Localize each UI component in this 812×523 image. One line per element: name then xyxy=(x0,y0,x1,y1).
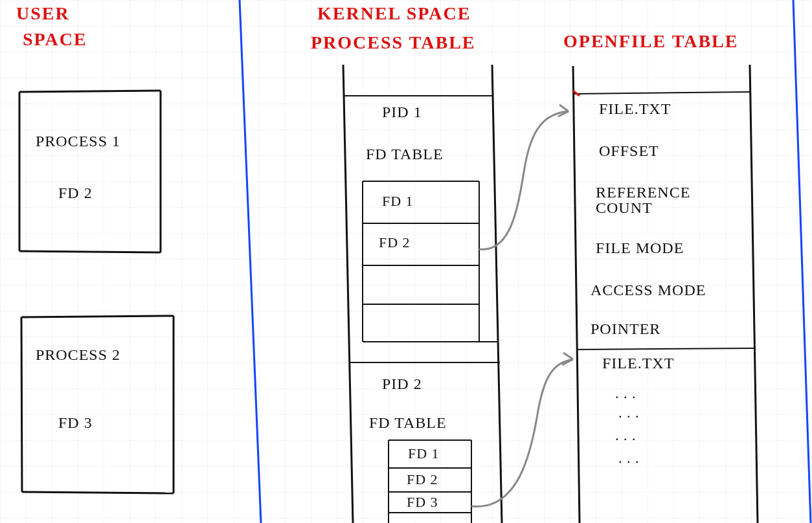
oftable-row1 xyxy=(577,348,755,350)
of1-name: FILE.TXT xyxy=(599,100,671,118)
pid1-fd-row0: FD 1 xyxy=(382,193,414,210)
oftable-left xyxy=(573,66,580,523)
svg-line-5 xyxy=(21,317,22,492)
pid2-fd-row1: FD 2 xyxy=(407,471,438,488)
of2-ell3: . . . xyxy=(618,450,640,467)
process1-fd: FD 2 xyxy=(58,184,93,202)
title-user-space-2: SPACE xyxy=(23,29,87,50)
svg-line-3 xyxy=(19,251,161,252)
process2-fd: FD 3 xyxy=(58,414,93,432)
pid1-fdtable-label: FD TABLE xyxy=(366,146,444,163)
ptable-left xyxy=(343,65,353,523)
of2-ell2: . . . xyxy=(615,427,637,444)
svg-line-4 xyxy=(21,316,174,317)
pid2-fd-row0: FD 1 xyxy=(408,445,440,462)
svg-line-7 xyxy=(22,492,174,493)
divider-left xyxy=(240,0,261,523)
pid2-label: PID 2 xyxy=(382,375,422,393)
of1-field3: ACCESS MODE xyxy=(591,282,706,299)
pid1-fd-row1: FD 2 xyxy=(379,234,411,251)
arrow-fd3-to-file2 xyxy=(471,353,573,506)
svg-line-0 xyxy=(19,91,161,92)
title-kernel-space: KERNEL SPACE xyxy=(317,3,471,24)
process1-label: PROCESS 1 xyxy=(36,133,120,150)
pid2-fd-row2: FD 3 xyxy=(407,494,438,511)
of2-ell1: . . . xyxy=(618,405,640,421)
pid2-fdtable-label: FD TABLE xyxy=(369,414,447,432)
of2-ell0: . . . xyxy=(615,385,637,402)
divider-right xyxy=(793,0,811,523)
title-openfile-table: OPENFILE TABLE xyxy=(563,31,738,52)
pid1-label: PID 1 xyxy=(382,104,422,121)
title-process-table: PROCESS TABLE xyxy=(311,32,475,53)
of1-field0: OFFSET xyxy=(599,142,659,160)
of1-field2: FILE MODE xyxy=(596,239,684,257)
process1-box xyxy=(19,91,161,252)
process2-box xyxy=(21,316,174,493)
of2-name: FILE.TXT xyxy=(602,355,674,372)
of1-field1: REFERENCE COUNT xyxy=(596,184,738,216)
title-user-space-1: USER xyxy=(16,3,70,24)
diagram-canvas xyxy=(0,0,812,523)
oftable-row0 xyxy=(573,92,750,94)
of1-field4: POINTER xyxy=(591,320,660,338)
oftable-right xyxy=(750,65,758,523)
ptable-right xyxy=(492,65,502,523)
process2-label: PROCESS 2 xyxy=(36,346,120,364)
